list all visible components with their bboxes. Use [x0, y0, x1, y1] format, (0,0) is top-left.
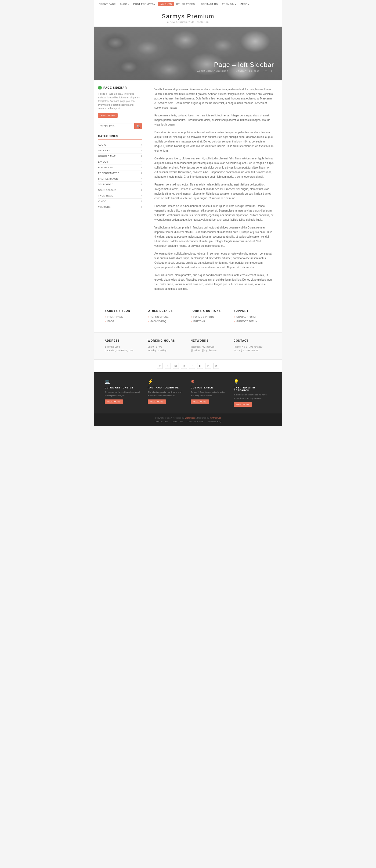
- footer-mid: ADDRESS 1 Infinite Loop Cupertino, CA 95…: [94, 332, 282, 360]
- cat-preformatted: PREFORMATTED 1: [98, 170, 142, 176]
- footer-hours-title: WORKING HOURS: [148, 339, 185, 342]
- footer-col-other: OTHER DETAILS TERMS OF USE SARMYS FAQ: [148, 309, 185, 324]
- article-p2: Fusce mauris felis, porta ac ipsum non, …: [155, 113, 274, 127]
- footer-col2-title: OTHER DETAILS: [148, 309, 185, 312]
- cat-sample-image: SAMPLE IMAGE 1: [98, 176, 142, 182]
- footer-dark-col1: 💻 ULTRA RESPONSIVE Of course we haven't …: [105, 379, 142, 407]
- hero-author: ALEXANDRU-PUBLISHER: [197, 70, 229, 72]
- nav-zeon[interactable]: ZEON: [238, 3, 252, 5]
- article-p6: Phasellus ultrices ac felis nec hendreri…: [155, 204, 274, 222]
- lightning-icon: ⚡: [148, 379, 185, 384]
- site-tagline: a new futuristic wide resolution: [94, 21, 282, 23]
- article-p1: Vestibulum nec dignissim ex. Praesent ut…: [155, 87, 274, 110]
- footer-networks-title: NETWORKS: [191, 339, 228, 342]
- footer-top: SARMYS + ZEON FRONT PAGE BLOG OTHER DETA…: [94, 301, 282, 332]
- social-facebook-icon[interactable]: f: [189, 363, 195, 369]
- nav-front-page[interactable]: FRONT PAGE: [97, 3, 118, 5]
- social-linkedin-icon[interactable]: in: [181, 363, 187, 369]
- footer-dark-col3-btn[interactable]: Read More: [191, 399, 209, 404]
- footer-network-facebook: facebook: myThem.es: [191, 345, 228, 349]
- footer-dark-col1-text: Of course we haven't forgotten about the…: [105, 391, 142, 398]
- gear-icon: ⚙: [191, 379, 228, 384]
- check-icon: ✓: [98, 86, 102, 90]
- sidebar-title-text: PAGE SIDEBAR: [103, 86, 127, 89]
- footer-link-support-forum[interactable]: SUPPORT FORUM: [234, 320, 271, 322]
- social-behance-icon[interactable]: Be: [173, 363, 179, 369]
- footer-dark-col2-btn[interactable]: Read More: [148, 399, 166, 404]
- sidebar-widget: ✓ PAGE SIDEBAR This is a Page Sidebar. T…: [98, 86, 142, 118]
- copyright-bar: Copyright © 2017. Powered by WordPress .…: [94, 413, 282, 426]
- nav-premium[interactable]: PREMIUM: [220, 3, 238, 5]
- copyright-faq-link[interactable]: SARMYS FAQ: [208, 421, 221, 423]
- footer-dark-col4: 💡 CREATED WITH RESEARCH In six years of …: [234, 379, 271, 407]
- copyright-about-link[interactable]: ABOUT US: [172, 421, 183, 423]
- footer-link-terms[interactable]: TERMS OF USE: [148, 316, 185, 318]
- search-input[interactable]: [98, 123, 134, 129]
- cat-thumbnail: THUMBNAIL 1: [98, 193, 142, 199]
- footer-col-forms: FORMS & BUTTONS FORMS & INPUTS BUTTONS: [191, 309, 228, 324]
- footer-dark-col2: ⚡ FAST AND POWERFUL The plugin extends y…: [148, 379, 185, 407]
- footer-address-line1: 1 Infinite Loop: [105, 345, 142, 349]
- footer-link-contact-form[interactable]: CONTACT FORM: [234, 316, 271, 318]
- main-wrapper: ✓ PAGE SIDEBAR This is a Page Sidebar. T…: [94, 81, 282, 301]
- footer-link-forms-inputs[interactable]: FORMS & INPUTS: [191, 316, 228, 318]
- search-box: 🔍: [98, 123, 142, 129]
- article-p5: Praesent vel maximus lectus. Duis gravid…: [155, 182, 274, 200]
- sidebar-widget-title: ✓ PAGE SIDEBAR: [98, 86, 142, 90]
- hero-date: JANUARY 26, 2017: [236, 70, 260, 72]
- nav-layouts[interactable]: LAYOUTS: [158, 2, 174, 6]
- nav-blog[interactable]: BLOG: [118, 3, 131, 5]
- bulb-icon: 💡: [234, 379, 271, 384]
- article-p4: Curabitur purus libero, ultrices nec sem…: [155, 156, 274, 179]
- social-youtube-icon[interactable]: ▶: [197, 363, 203, 369]
- copyright-designed-by: . Designed by: [196, 417, 210, 419]
- nav-other-pages[interactable]: OTHER PAGES: [174, 3, 199, 5]
- footer-contact-title: CONTACT: [234, 339, 271, 342]
- search-button[interactable]: 🔍: [134, 123, 142, 129]
- copyright-links: CONTACT US ABOUT US TERMS OF USE SARMYS …: [97, 421, 279, 423]
- hero-content: Page – left Sidebar ALEXANDRU-PUBLISHER …: [196, 61, 274, 72]
- footer-link-buttons[interactable]: BUTTONS: [191, 320, 228, 322]
- footer-network-twitter: @Twitter: @my_themes: [191, 349, 228, 352]
- footer-dark-col1-title: ULTRA RESPONSIVE: [105, 386, 142, 389]
- copyright-contact-link[interactable]: CONTACT US: [155, 421, 168, 423]
- footer-networks: NETWORKS facebook: myThem.es @Twitter: @…: [191, 339, 228, 353]
- copyright-mythemes-link[interactable]: myThem.es: [210, 417, 221, 419]
- footer-dark-col1-btn[interactable]: Read More: [105, 399, 123, 404]
- copyright-prefix: Copyright © 2017. Powered by: [155, 417, 185, 419]
- hero-comments: 0: [271, 70, 273, 72]
- social-rss-icon[interactable]: ⌘: [213, 363, 219, 369]
- footer-hours-time: 08:00 - 17:00: [148, 345, 185, 349]
- hero-image: Page – left Sidebar ALEXANDRU-PUBLISHER …: [94, 27, 282, 81]
- article-p7: Vestibulum ante ipsum primis in faucibus…: [155, 225, 274, 248]
- social-vimeo-icon[interactable]: V: [157, 363, 163, 369]
- social-pinterest-icon[interactable]: P: [205, 363, 211, 369]
- footer-link-faq[interactable]: SARMYS FAQ: [148, 320, 185, 322]
- footer-hours: WORKING HOURS 08:00 - 17:00 Monday to Fr…: [148, 339, 185, 353]
- article-p3: Duis at turpis commodo, pulvinar ante se…: [155, 130, 274, 153]
- footer-dark-col4-btn[interactable]: Read More: [234, 402, 252, 407]
- sidebar-read-more-button[interactable]: Read More: [98, 113, 117, 118]
- footer-link-front-page[interactable]: FRONT PAGE: [105, 316, 142, 318]
- hero-background: [94, 27, 282, 81]
- footer-dark-col3-text: Tempo + Zeon is very quick to setup and …: [191, 391, 228, 398]
- cat-layout: LAYOUT 2: [98, 159, 142, 165]
- footer-link-blog[interactable]: BLOG: [105, 320, 142, 322]
- cat-soundcloud: SOUNDCLOUD 1: [98, 187, 142, 193]
- nav-contact-us[interactable]: CONTACT US: [199, 3, 220, 5]
- page-sidebar: ✓ PAGE SIDEBAR This is a Page Sidebar. T…: [94, 81, 146, 301]
- footer-dark-col3: ⚙ CUSTOMIZABLE Tempo + Zeon is very quic…: [191, 379, 228, 407]
- copyright-terms-link[interactable]: TERMS OF USE: [187, 421, 203, 423]
- copyright-wordpress-link[interactable]: WordPress: [185, 417, 195, 419]
- sidebar-widget-text: This is a Page Sidebar. The Page Sidebar…: [98, 92, 142, 111]
- footer-dark-col4-text: In six years of experience we have under…: [234, 393, 271, 400]
- social-twitter-icon[interactable]: t: [165, 363, 171, 369]
- hero-separator2: · ◯: [263, 70, 269, 72]
- nav-post-formats[interactable]: POST FORMATS: [131, 3, 158, 5]
- cat-google-map: GOOGLE MAP 1: [98, 154, 142, 159]
- footer-col4-title: SUPPORT: [234, 309, 271, 312]
- footer-dark: 💻 ULTRA RESPONSIVE Of course we haven't …: [94, 372, 282, 414]
- site-title: Sarmys Premium: [94, 13, 282, 20]
- article-p8: Aenean porttitor sollicitudin odio ac lo…: [155, 251, 274, 270]
- hero-meta: ALEXANDRU-PUBLISHER · JANUARY 26, 2017 ·…: [196, 70, 274, 72]
